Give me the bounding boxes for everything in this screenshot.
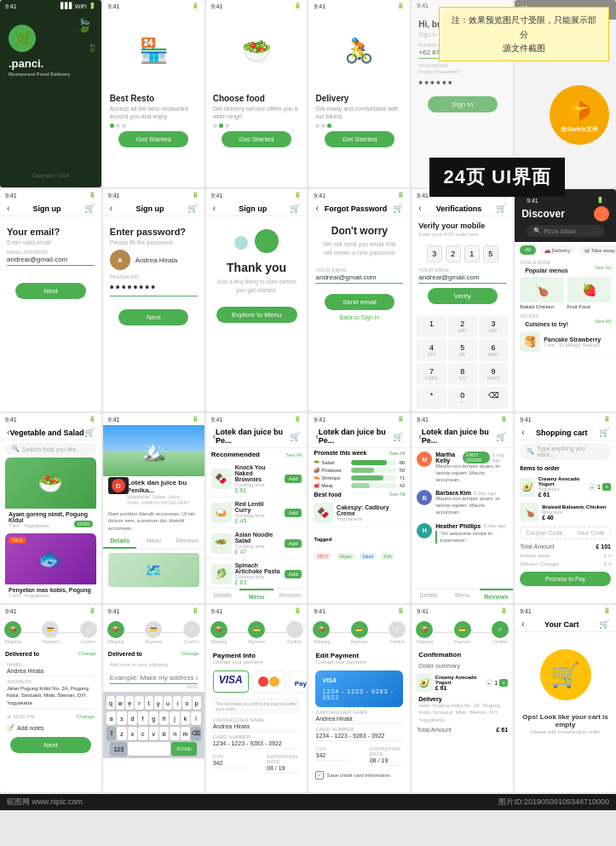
password-input[interactable]: •••••••• — [110, 280, 198, 296]
add-button[interactable]: Add — [285, 475, 302, 483]
paypal-method[interactable]: PayPal — [289, 670, 308, 693]
tab-menu[interactable]: Menu — [136, 534, 170, 549]
menu-item-fruit[interactable]: 🍓 Fruit Food — [567, 277, 611, 309]
cart-item-2[interactable]: 🍗 Braised Balsamic Chicken Motorstore £ … — [515, 500, 616, 524]
category-takeaway[interactable]: 🥡 Take away — [579, 245, 616, 255]
key-i[interactable]: i — [173, 696, 181, 710]
key-4[interactable]: 4GHI — [417, 339, 446, 361]
next-button[interactable]: Next — [118, 309, 188, 325]
email-input[interactable]: andreai@gmail.com — [315, 273, 403, 284]
next-button[interactable]: Next — [10, 737, 91, 753]
search-bar[interactable]: 🔍 Type anything you want... — [520, 443, 611, 460]
key-l[interactable]: l — [191, 711, 200, 725]
back-button[interactable]: ‹ — [521, 428, 524, 437]
key-u[interactable]: u — [164, 696, 172, 710]
tab-reviews[interactable]: Reviews — [170, 534, 204, 549]
get-started-button[interactable]: Get Started — [118, 131, 188, 147]
forgot-link[interactable]: Forgot Password? — [418, 69, 506, 74]
cart-icon[interactable]: 🛒 — [290, 432, 300, 441]
key-3[interactable]: 3DEF — [479, 315, 508, 337]
tab-details[interactable]: Details — [206, 589, 240, 603]
key-a[interactable]: a — [107, 711, 116, 725]
key-s[interactable]: s — [117, 711, 126, 725]
key-5[interactable]: 5JKL — [448, 339, 477, 361]
key-b[interactable]: b — [159, 727, 169, 740]
back-button[interactable]: ‹ — [418, 204, 421, 213]
back-signin-link[interactable]: Back to Sign in — [315, 314, 403, 320]
shift-key[interactable]: ⇧ — [107, 727, 116, 740]
key-j[interactable]: j — [170, 711, 179, 725]
cart-icon[interactable]: 🛒 — [599, 428, 609, 437]
numpad[interactable]: 1 2ABC 3DEF 4GHI 5JKL 6MNO 7PQRS 8TUV 9W… — [412, 313, 513, 411]
recipe-item[interactable]: 🥞 Pancake Strawberry 7 km · El Mango Sar… — [515, 328, 616, 356]
search-bar[interactable]: 🔍 Search food you like... — [5, 443, 96, 455]
add-button[interactable]: Add — [285, 539, 302, 548]
best-item-1[interactable]: 🍫 Cakespy: Cadbury Creme Yogyakarta — [308, 499, 410, 527]
key-7[interactable]: 7PQRS — [417, 363, 446, 385]
back-button[interactable]: ‹ — [7, 204, 9, 213]
cart-icon[interactable]: 🛒 — [599, 619, 609, 629]
key-r[interactable]: r — [135, 696, 143, 710]
tab-details[interactable]: Details — [412, 589, 446, 603]
key-o[interactable]: o — [182, 696, 191, 710]
verify-button[interactable]: Verify — [428, 288, 498, 304]
menu-item-chicken[interactable]: 🍗 Baked Chicken — [520, 277, 563, 309]
food-card-1[interactable]: 🥗 Ayam goreng nimit, Pogung Kidul 7 km ·… — [5, 458, 96, 531]
otp-box-3[interactable]: 1 — [464, 245, 480, 262]
menu-item-2[interactable]: 🍛 Red Lentil Curry Cooking time £ 45 Add — [206, 498, 308, 528]
signin-button[interactable]: Sign In — [428, 96, 498, 112]
change-button-2[interactable]: Change — [77, 714, 95, 719]
key-z[interactable]: z — [117, 727, 126, 740]
cart-icon[interactable]: 🛒 — [290, 204, 300, 213]
increment-button[interactable]: + — [602, 483, 611, 491]
send-email-button[interactable]: Send email — [325, 294, 394, 310]
key-f[interactable]: f — [138, 711, 147, 725]
key-g[interactable]: g — [149, 711, 158, 725]
menu-item-4[interactable]: 🥬 Spinach Artichoke Pasta Cooking time £… — [206, 559, 308, 590]
cart-item-1[interactable]: 🥑 Creamy Avocado Yogurt Yogyakarta £ 61 … — [515, 474, 616, 500]
cart-icon[interactable]: 🛒 — [84, 428, 95, 437]
key-c[interactable]: c — [138, 727, 147, 740]
key-d[interactable]: d — [128, 711, 137, 725]
see-all-best[interactable]: See All — [389, 492, 406, 498]
key-star[interactable]: * — [417, 387, 446, 409]
menu-item-3[interactable]: 🥗 Asian Noodle Salad Cooking time £ 47 A… — [206, 528, 308, 559]
add-button[interactable]: Add — [285, 509, 302, 517]
add-button[interactable]: Add — [285, 570, 302, 578]
see-all-recipes[interactable]: See All — [595, 319, 611, 324]
tab-reviews[interactable]: Reviews — [273, 589, 308, 603]
cart-icon[interactable]: 🛒 — [187, 204, 198, 213]
otp-box-4[interactable]: 5 — [483, 245, 498, 262]
get-started-button[interactable]: Get Started — [222, 131, 291, 147]
coupon-input[interactable]: Coupon Code Your Code — [520, 527, 611, 539]
menu-item-1[interactable]: 🍫 Knock You Naked Brownies Cooking time … — [206, 461, 308, 498]
qty-stepper[interactable]: - 1 + — [486, 679, 508, 687]
get-started-button[interactable]: Get Started — [325, 131, 394, 147]
next-button[interactable]: Next — [15, 283, 85, 299]
mastercard-method[interactable] — [252, 670, 285, 693]
tab-details[interactable]: Details — [103, 534, 137, 549]
see-all-promote[interactable]: See All — [389, 451, 406, 456]
key-h[interactable]: h — [159, 711, 169, 725]
key-0[interactable]: 0+ — [448, 387, 477, 409]
key-9[interactable]: 9WXYZ — [479, 363, 508, 385]
key-q[interactable]: q — [107, 696, 115, 710]
key-p[interactable]: p — [193, 696, 201, 710]
key-1[interactable]: 1 — [417, 315, 446, 337]
key-w[interactable]: w — [116, 696, 124, 710]
back-button[interactable]: ‹ — [213, 204, 216, 213]
save-checkbox[interactable]: ✓ — [315, 771, 324, 780]
back-button[interactable]: ‹ — [521, 619, 524, 629]
key-e[interactable]: e — [125, 696, 134, 710]
otp-input[interactable]: 3 2 1 5 — [418, 240, 506, 268]
key-y[interactable]: y — [154, 696, 163, 710]
search-bar[interactable]: 🔍 Pizza Salad — [527, 225, 604, 237]
tab-reviews[interactable]: Reviews — [480, 589, 514, 603]
backspace-key[interactable]: ⌫ — [191, 727, 200, 740]
back-button[interactable]: ‹ — [315, 204, 318, 213]
decrement-button[interactable]: - — [486, 679, 492, 687]
cart-icon[interactable]: 🛒 — [496, 432, 506, 441]
tab-menu[interactable]: Menu — [239, 589, 273, 603]
visa-method[interactable]: VISA — [213, 670, 249, 693]
key-2[interactable]: 2ABC — [448, 315, 477, 337]
